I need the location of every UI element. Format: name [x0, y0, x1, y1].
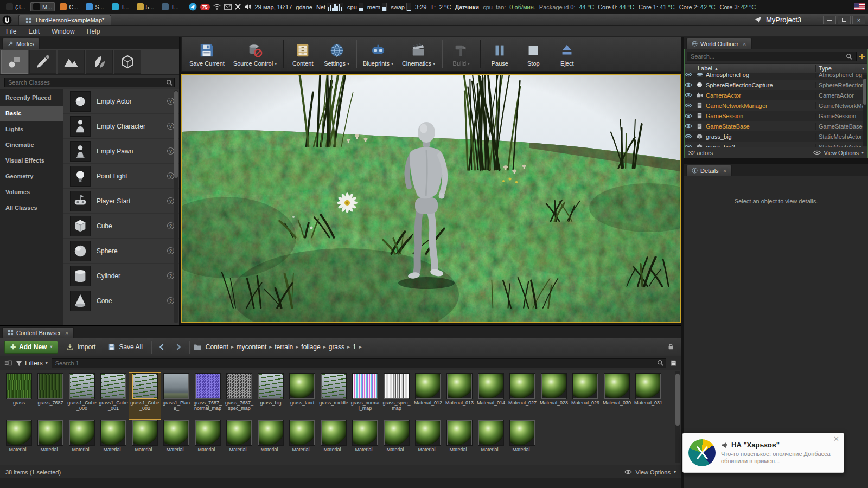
close-icon[interactable]: × [743, 41, 746, 47]
outliner-row[interactable]: CameraActorCameraActor [685, 90, 867, 100]
sources-toggle-icon[interactable] [4, 359, 12, 367]
eye-icon[interactable] [685, 134, 697, 139]
asset-tile[interactable]: Material_ [444, 419, 475, 465]
asset-tile[interactable]: grass_big [255, 373, 286, 419]
menu-edit[interactable]: Edit [22, 26, 46, 37]
asset-tile[interactable]: grass [3, 373, 35, 419]
tab-details[interactable]: Details × [686, 165, 732, 176]
breadcrumb-item[interactable]: foliage [301, 343, 320, 351]
eye-icon[interactable] [685, 82, 697, 87]
column-label[interactable]: Label▲ [685, 65, 815, 72]
placement-item-player-start[interactable]: Player Start? [63, 189, 179, 214]
eye-icon[interactable] [685, 124, 697, 129]
eye-icon[interactable] [685, 113, 697, 118]
asset-tile[interactable]: Material_ [192, 419, 224, 465]
breadcrumb-item[interactable]: mycontent [237, 343, 266, 351]
asset-tile[interactable]: Material_ [349, 419, 381, 465]
close-icon[interactable]: × [65, 330, 68, 336]
asset-tile[interactable]: Material_012 [412, 373, 444, 419]
category-lights[interactable]: Lights [0, 121, 63, 137]
x-app-icon[interactable] [235, 4, 241, 10]
plus-icon[interactable] [859, 53, 865, 60]
outliner-row[interactable]: grass_bigStaticMeshActor [685, 131, 867, 142]
placement-item-cylinder[interactable]: Cylinder? [63, 264, 179, 288]
asset-tile[interactable]: Material_ [66, 419, 98, 465]
tab-world-outliner[interactable]: World Outliner × [686, 38, 752, 49]
breadcrumb-item[interactable]: 1 [353, 343, 356, 351]
close-icon[interactable]: × [723, 168, 726, 174]
asset-tile[interactable]: grass1_Cube_000 [66, 373, 98, 419]
foliage-mode-button[interactable] [86, 50, 113, 74]
content-button[interactable]: Content [286, 38, 320, 70]
pause-button[interactable]: Pause [483, 38, 516, 70]
notification-popup[interactable]: НА "Харьков" Что-то новенькое: ополчение… [682, 433, 844, 473]
asset-tile[interactable]: Material_013 [444, 373, 475, 419]
outliner-search-input[interactable] [687, 52, 857, 61]
category-recently-placed[interactable]: Recently Placed [0, 90, 63, 106]
asset-tile[interactable]: Material_ [98, 419, 129, 465]
search-classes-input[interactable] [4, 78, 175, 87]
category-basic[interactable]: Basic [0, 106, 63, 121]
asset-tile[interactable]: Material_030 [601, 373, 633, 419]
taskbar-window[interactable]: (3... [3, 2, 28, 11]
asset-tile[interactable]: Material_027 [507, 373, 538, 419]
placement-item-empty-character[interactable]: Empty Character? [63, 114, 179, 139]
breadcrumb-item[interactable]: Content [206, 343, 228, 351]
eye-icon[interactable] [685, 73, 697, 77]
telegram-icon[interactable] [189, 3, 197, 11]
asset-tile[interactable]: grass1_Cube_002 [129, 373, 161, 419]
breadcrumb-item[interactable]: grass [329, 343, 344, 351]
close-icon[interactable]: ✕ [833, 435, 839, 443]
paint-mode-button[interactable] [29, 50, 56, 74]
outliner-row[interactable]: SphereReflectionCaptureSphereReflectionC… [685, 80, 867, 90]
volume-icon[interactable] [244, 4, 251, 10]
asset-tile[interactable]: grass1_Cube_001 [98, 373, 129, 419]
asset-tile[interactable]: Material_ [286, 419, 318, 465]
landscape-mode-button[interactable] [58, 50, 85, 74]
wifi-icon[interactable] [213, 4, 221, 10]
filters-button[interactable]: Filters ▾ [16, 359, 48, 367]
place-mode-button[interactable] [1, 50, 28, 74]
asset-tile[interactable]: Material_ [35, 419, 66, 465]
keyboard-layout-flag[interactable] [854, 3, 865, 10]
save-all-button[interactable]: Save All [104, 341, 146, 354]
modes-scrollbar[interactable] [174, 90, 178, 323]
tab-content-browser[interactable]: Content Browser × [2, 327, 74, 338]
save-search-icon[interactable] [670, 359, 677, 367]
asset-tile[interactable]: grass_land [286, 373, 318, 419]
menu-window[interactable]: Window [46, 26, 81, 37]
outliner-view-options[interactable]: View Options [824, 150, 859, 156]
asset-tile[interactable]: Material_ [475, 419, 507, 465]
asset-tile[interactable]: grass_middle [318, 373, 349, 419]
placement-item-cone[interactable]: Cone? [63, 288, 179, 313]
asset-tile[interactable]: grass_normal_map [349, 373, 381, 419]
asset-tile[interactable]: Material_ [161, 419, 192, 465]
send-feedback-icon[interactable] [754, 16, 762, 23]
cinematics-button[interactable]: Cinematics▾ [398, 38, 439, 70]
outliner-row[interactable]: AtmosphericFogAtmosphericFog [685, 73, 867, 80]
save-current-button[interactable]: Save Current [185, 38, 229, 70]
category-cinematic[interactable]: Cinematic [0, 137, 63, 153]
asset-tile[interactable]: Material_031 [633, 373, 664, 419]
placement-item-sphere[interactable]: Sphere? [63, 239, 179, 264]
minimize-button[interactable] [823, 16, 836, 24]
blueprints-button[interactable]: Blueprints▾ [359, 38, 398, 70]
mail-icon[interactable] [224, 4, 232, 10]
maximize-button[interactable] [838, 16, 851, 24]
outliner-row[interactable]: GameStateBaseGameStateBase [685, 121, 867, 131]
eye-icon[interactable] [685, 93, 697, 98]
asset-tile[interactable]: Material_029 [570, 373, 601, 419]
asset-tile[interactable]: grass_7687_spec_map [224, 373, 255, 419]
outliner-row[interactable]: grass_big2StaticMeshActor [685, 142, 867, 147]
asset-tile[interactable]: grass_spec_map [381, 373, 412, 419]
asset-tile[interactable]: grass_7687_normal_map [192, 373, 224, 419]
viewport[interactable] [181, 74, 681, 323]
menu-file[interactable]: File [0, 26, 22, 37]
asset-tile[interactable]: Material_ [381, 419, 412, 465]
asset-tile[interactable]: grass1_Plane_ [161, 373, 192, 419]
clock[interactable]: 29 мар, 16:17 [255, 4, 292, 10]
placement-item-cube[interactable]: Cube? [63, 214, 179, 239]
asset-tile[interactable]: Material_ [507, 419, 538, 465]
taskbar-window[interactable]: 5... [134, 2, 157, 11]
level-tab[interactable]: ThirdPersonExampleMap* [18, 15, 111, 25]
